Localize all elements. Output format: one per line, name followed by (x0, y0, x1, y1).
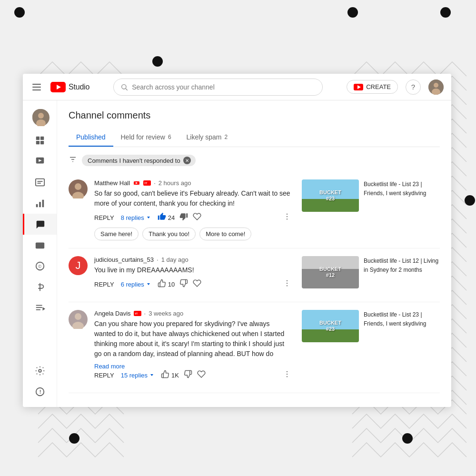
svg-point-51 (287, 280, 288, 281)
comment-text-angela: Can you share how you prepared for skydi… (94, 319, 291, 359)
thumbs-up-icon-j[interactable] (158, 279, 166, 289)
comment-avatar-angela (69, 310, 88, 329)
help-icon: ? (411, 83, 415, 91)
replies-button-judicious[interactable]: 6 replies (121, 281, 151, 288)
heart-icon[interactable] (193, 212, 201, 223)
hamburger-menu[interactable] (30, 82, 43, 92)
reply-button-matthew[interactable]: REPLY (94, 214, 114, 221)
svg-point-24 (39, 244, 41, 247)
svg-point-62 (287, 376, 288, 377)
thumbs-up-icon[interactable] (158, 212, 166, 223)
svg-text:YT: YT (144, 182, 147, 185)
logo-area[interactable]: Studio (50, 82, 89, 92)
help-button[interactable]: ? (406, 79, 421, 95)
replies-count-angela: 15 replies (121, 372, 148, 379)
quick-replies-matthew: Same here! Thank you too! More to come! (94, 228, 291, 240)
tab-held-badge: 6 (168, 134, 171, 140)
video-thumbnail-matthew[interactable]: BUCKET#23 (302, 179, 359, 212)
filter-icon[interactable] (69, 155, 77, 166)
sidebar-item-avatar[interactable] (23, 104, 57, 130)
create-button[interactable]: CREATE (347, 80, 398, 94)
svg-marker-59 (150, 374, 153, 376)
replies-count-matthew: 8 replies (121, 214, 144, 221)
create-video-icon (354, 84, 363, 90)
content-icon (34, 156, 46, 167)
replies-button-angela[interactable]: 15 replies (121, 372, 154, 379)
heart-icon-j[interactable] (193, 279, 201, 289)
thumbs-down-icon[interactable] (179, 212, 188, 223)
comment-avatar-judicious: J (69, 256, 88, 275)
sidebar-item-comments[interactable] (23, 214, 57, 235)
sidebar-item-subtitles[interactable] (23, 172, 57, 193)
comment-text-judicious: You live in my DREAAAAAAAMS! (94, 265, 291, 275)
search-input[interactable] (132, 83, 316, 91)
playlists-icon (34, 302, 46, 314)
decorative-dot-2 (347, 7, 358, 18)
filter-chip[interactable]: Comments I haven't responded to ✕ (82, 155, 196, 166)
sidebar-item-analytics[interactable] (23, 193, 57, 214)
video-info-judicious: Bucketlist life - List 12 | Living in Sy… (364, 256, 440, 274)
thumbs-down-icon-j[interactable] (179, 279, 188, 289)
svg-point-3 (122, 84, 126, 89)
comment-right-matthew: BUCKET#23 Bucketlist life - List 23 | Fr… (302, 179, 440, 212)
svg-point-52 (287, 283, 288, 284)
member-badge-icon: YT (143, 180, 151, 186)
reply-button-judicious[interactable]: REPLY (94, 281, 114, 288)
comment-avatar-matthew (69, 179, 88, 198)
sidebar-item-content[interactable] (23, 151, 57, 172)
like-count-angela: 1K (171, 372, 179, 379)
reply-button-angela[interactable]: REPLY (94, 372, 114, 379)
sidebar-item-earn[interactable] (23, 277, 57, 298)
svg-point-53 (287, 285, 288, 286)
thumbs-down-icon-a[interactable] (184, 370, 192, 380)
read-more-link[interactable]: Read more (94, 363, 291, 370)
svg-rect-21 (39, 202, 41, 207)
svg-text:!: ! (39, 389, 41, 395)
filter-chip-close[interactable]: ✕ (183, 157, 191, 164)
quick-reply-same[interactable]: Same here! (94, 228, 139, 240)
user-avatar[interactable] (428, 79, 444, 95)
thumbs-up-icon-a[interactable] (161, 370, 169, 380)
sidebar-item-monetization[interactable] (23, 235, 57, 256)
app-window: Studio CREATE ? (23, 74, 451, 407)
sidebar: © (23, 100, 57, 407)
sidebar-item-dashboard[interactable] (23, 130, 57, 151)
decorative-dot-5 (465, 195, 475, 206)
comment-header-angela: Angela Davis YT · 3 weeks ago (94, 310, 291, 317)
tab-published-label: Published (76, 133, 106, 141)
sidebar-item-settings[interactable] (23, 360, 57, 381)
tab-held-for-review[interactable]: Held for review 6 (113, 129, 179, 147)
comment-body-judicious: judicious_curtains_53 · 1 day ago You li… (94, 256, 291, 294)
video-thumbnail-angela[interactable]: BUCKET#23 (302, 310, 359, 342)
video-title-judicious: Bucketlist life - List 12 | Living in Sy… (364, 258, 438, 273)
quick-reply-thankyou[interactable]: Thank you too! (142, 228, 196, 240)
dashboard-icon (34, 135, 46, 146)
more-options-icon[interactable] (283, 212, 291, 223)
studio-label: Studio (69, 83, 89, 91)
comment-header-matthew: Matthew Hall YT · 2 hours ago (94, 179, 291, 187)
tab-published[interactable]: Published (69, 129, 113, 147)
tab-likely-spam[interactable]: Likely spam 2 (179, 129, 236, 147)
sidebar-item-feedback[interactable]: ! (23, 381, 57, 402)
video-thumbnail-judicious[interactable]: BUCKET#12 (302, 256, 359, 288)
svg-rect-13 (36, 141, 39, 144)
comment-author-judicious: judicious_curtains_53 (94, 256, 154, 263)
svg-line-4 (126, 89, 128, 90)
svg-rect-29 (36, 307, 42, 308)
more-options-icon-a[interactable] (283, 370, 291, 380)
more-options-icon-j[interactable] (283, 279, 291, 289)
sidebar-item-playlists[interactable] (23, 298, 57, 318)
comment-actions-angela: REPLY 15 replies 1K (94, 370, 291, 380)
svg-rect-28 (36, 305, 42, 306)
replies-button-matthew[interactable]: 8 replies (121, 214, 151, 221)
decorative-dot-6 (69, 433, 79, 444)
quick-reply-more[interactable]: More to come! (199, 228, 251, 240)
comment-time-angela: 3 weeks ago (149, 310, 183, 317)
heart-icon-a[interactable] (197, 370, 206, 380)
main-content: © (23, 100, 451, 407)
svg-point-61 (287, 374, 288, 375)
svg-rect-14 (40, 141, 43, 144)
monetization-icon (34, 239, 46, 251)
sidebar-item-copyright[interactable]: © (23, 256, 57, 277)
page-title: Channel comments (69, 110, 440, 121)
